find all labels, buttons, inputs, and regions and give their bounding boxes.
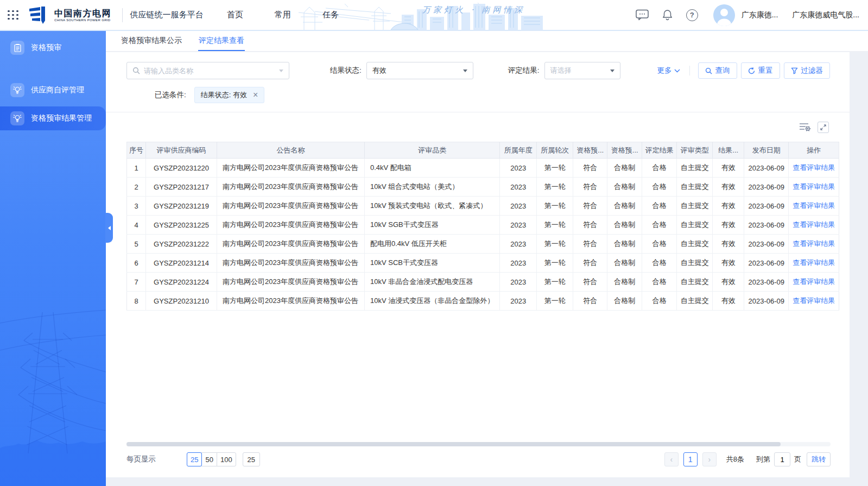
query-button[interactable]: 查询	[698, 62, 737, 79]
selected-conditions-row: 已选条件: 结果状态: 有效 ×	[106, 87, 850, 103]
help-icon[interactable]: ?	[686, 9, 698, 21]
view-review-result-link[interactable]: 查看评审结果	[793, 220, 835, 229]
column-header: 结果...	[713, 142, 744, 159]
total-count: 共8条	[726, 455, 744, 464]
view-review-result-link[interactable]: 查看评审结果	[793, 277, 835, 286]
per-page-option-50[interactable]: 50	[201, 452, 217, 466]
prev-page-button[interactable]: ‹	[664, 452, 679, 466]
sidebar-collapse-handle[interactable]	[105, 213, 113, 243]
column-header: 所属年度	[500, 142, 537, 159]
result-status-select[interactable]: 有效	[366, 62, 473, 79]
cell-year: 2023	[500, 273, 537, 292]
nav-item-首页[interactable]: 首页	[227, 10, 243, 20]
bulb-icon	[10, 111, 24, 125]
app-header: 万家灯火 · 南网情深 中国南方电网 CHINA SOUTHERN POWER …	[0, 0, 868, 31]
main-area: 资格预审结果公示评定结果查看 结果状态: 有效 评定结果: 请选择 更多	[106, 31, 868, 486]
cell-year: 2023	[500, 216, 537, 235]
category-search-select[interactable]	[126, 62, 289, 79]
reset-button[interactable]: 重置	[741, 62, 780, 79]
selected-conditions-label: 已选条件:	[155, 90, 186, 100]
user-avatar[interactable]	[713, 4, 735, 26]
sidebar-tower-decoration	[0, 291, 106, 486]
brand-name: 中国南方电网	[54, 9, 116, 18]
cell-pre2: 合格制	[607, 178, 642, 197]
cell-no: 3	[127, 197, 146, 216]
more-filters-link[interactable]: 更多	[657, 66, 680, 75]
cell-pre2: 合格制	[607, 273, 642, 292]
view-review-result-link[interactable]: 查看评审结果	[793, 163, 835, 172]
table-toolbar	[106, 112, 850, 133]
cell-type: 自主提交	[677, 292, 713, 311]
table-row: 2GYSZP20231217南方电网公司2023年度供应商资格预审公告10kV …	[127, 178, 839, 197]
cell-notice: 南方电网公司2023年度供应商资格预审公告	[217, 235, 365, 254]
cell-status: 有效	[713, 254, 744, 273]
cell-code: GYSZP20231214	[146, 254, 217, 273]
header-slogan: 万家灯火 · 南网情深	[422, 5, 525, 15]
per-page-option-100[interactable]: 100	[217, 452, 236, 466]
cell-category: 10kV SCB干式变压器	[365, 254, 500, 273]
cell-pre2: 合格制	[607, 197, 642, 216]
cell-category: 10kV 油浸式变压器（非晶合金型除外）	[365, 292, 500, 311]
jump-button[interactable]: 跳转	[807, 452, 831, 466]
company-name[interactable]: 广东康德威电气股...	[792, 10, 859, 20]
current-page-button[interactable]: 1	[683, 452, 698, 466]
column-header: 评定结果	[642, 142, 677, 159]
horizontal-scrollbar[interactable]	[126, 442, 831, 446]
eval-result-select[interactable]: 请选择	[544, 62, 620, 79]
cell-type: 自主提交	[677, 216, 713, 235]
cell-notice: 南方电网公司2023年度供应商资格预审公告	[217, 178, 365, 197]
notifications-bell-icon[interactable]	[662, 9, 673, 21]
search-icon	[132, 67, 140, 74]
view-review-result-link[interactable]: 查看评审结果	[793, 239, 835, 248]
remove-condition-icon[interactable]: ×	[253, 91, 258, 99]
cell-category: 0.4kV 配电箱	[365, 159, 500, 178]
view-review-result-link[interactable]: 查看评审结果	[793, 182, 835, 191]
search-icon	[705, 67, 712, 74]
tab-评定结果查看[interactable]: 评定结果查看	[198, 31, 245, 51]
cell-pre2: 合格制	[607, 292, 642, 311]
cell-code: GYSZP20231217	[146, 178, 217, 197]
messages-icon[interactable]	[636, 9, 649, 21]
cell-pre1: 符合	[573, 159, 607, 178]
page-size-value-box[interactable]: 25	[243, 452, 260, 466]
column-settings-icon[interactable]	[800, 122, 811, 132]
chevron-down-icon	[279, 70, 283, 72]
cell-category: 10kV 组合式变电站（美式）	[365, 178, 500, 197]
nav-item-任务[interactable]: 任务	[322, 10, 339, 20]
cell-notice: 南方电网公司2023年度供应商资格预审公告	[217, 273, 365, 292]
tab-资格预审结果公示[interactable]: 资格预审结果公示	[121, 31, 182, 51]
sidebar-item-资格预审[interactable]: 资格预审	[0, 36, 106, 60]
sidebar-item-label: 资格预审结果管理	[31, 113, 92, 123]
cell-status: 有效	[713, 273, 744, 292]
goto-page-input[interactable]	[774, 452, 790, 466]
cell-type: 自主提交	[677, 273, 713, 292]
category-search-input[interactable]	[144, 67, 275, 75]
goto-suffix: 页	[794, 455, 801, 464]
cell-notice: 南方电网公司2023年度供应商资格预审公告	[217, 159, 365, 178]
app-launcher-icon[interactable]	[8, 10, 18, 20]
cell-pre2: 合格制	[607, 254, 642, 273]
sidebar-item-供应商自评管理[interactable]: 供应商自评管理	[0, 78, 106, 102]
nav-item-常用[interactable]: 常用	[275, 10, 291, 20]
next-page-button[interactable]: ›	[702, 452, 717, 466]
view-review-result-link[interactable]: 查看评审结果	[793, 258, 835, 267]
user-name[interactable]: 广东康德...	[742, 10, 778, 20]
cell-date: 2023-06-09	[744, 216, 789, 235]
sidebar-item-资格预审结果管理[interactable]: 资格预审结果管理	[0, 106, 106, 130]
filter-button[interactable]: 过滤器	[784, 62, 831, 79]
fullscreen-icon[interactable]	[818, 122, 829, 133]
cell-round: 第一轮	[537, 235, 573, 254]
sidebar: 资格预审 供应商自评管理 资格预审结果管理	[0, 31, 106, 486]
results-table: 序号评审供应商编码公告名称评审品类所属年度所属轮次资格预...资格预...评定结…	[126, 142, 839, 311]
result-status-label: 结果状态:	[330, 66, 362, 75]
per-page-option-25[interactable]: 25	[187, 452, 202, 466]
cell-category: 10kV 非晶合金油浸式配电变压器	[365, 273, 500, 292]
column-header: 评审供应商编码	[146, 142, 217, 159]
column-header: 发布日期	[744, 142, 789, 159]
table-row: 1GYSZP20231220南方电网公司2023年度供应商资格预审公告0.4kV…	[127, 159, 839, 178]
scrollbar-thumb[interactable]	[126, 442, 781, 446]
cell-round: 第一轮	[537, 254, 573, 273]
cell-result: 合格	[642, 159, 677, 178]
view-review-result-link[interactable]: 查看评审结果	[793, 201, 835, 210]
view-review-result-link[interactable]: 查看评审结果	[793, 296, 835, 305]
